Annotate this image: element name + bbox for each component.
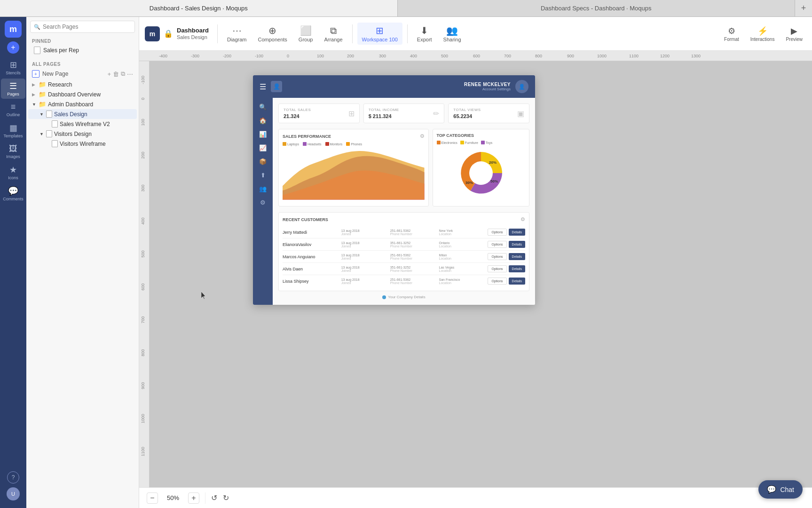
zoom-in-button[interactable]: + <box>188 492 199 504</box>
pages-search-input[interactable] <box>30 21 135 33</box>
new-item-button[interactable]: + <box>7 41 19 54</box>
chat-icon: 💬 <box>767 485 776 494</box>
tree-item-dashboard-overview[interactable]: ▶ 📁 Dashboard Overview <box>28 89 137 99</box>
dash-profile-icon: 👤 <box>271 81 282 92</box>
tab-dashboard-specs[interactable]: Dashboard Specs - Dashboard · Moqups <box>398 0 796 16</box>
dash-user-avatar[interactable]: 👤 <box>515 80 528 93</box>
tree-item-visitors-wireframe[interactable]: Visitors Wireframe <box>28 139 137 149</box>
sidebar-item-templates[interactable]: ▦ Templates <box>1 120 25 141</box>
sharing-button[interactable]: 👥 Sharing <box>439 23 466 45</box>
dash-sidebar-chart[interactable]: 📊 <box>257 131 269 138</box>
dash-sidebar-box[interactable]: 📦 <box>257 158 269 165</box>
svg-text:300: 300 <box>379 54 386 58</box>
svg-text:-100: -100 <box>255 54 263 58</box>
copy-page-icon[interactable]: ⧉ <box>121 70 125 78</box>
new-page-row[interactable]: + New Page + 🗑 ⧉ ⋯ <box>26 68 139 79</box>
dash-sidebar-search[interactable]: 🔍 <box>257 103 269 111</box>
tree-item-sales-wireframe-v2[interactable]: Sales Wireframe V2 <box>28 119 137 129</box>
add-tab-button[interactable]: + <box>795 0 812 16</box>
svg-text:50%: 50% <box>490 179 498 183</box>
chat-button[interactable]: 💬 Chat <box>758 480 803 499</box>
svg-text:900: 900 <box>141 382 145 389</box>
delete-page-icon[interactable]: 🗑 <box>113 71 119 78</box>
tree-item-research[interactable]: ▶ 📁 Research <box>28 79 137 89</box>
arrange-button[interactable]: ⧉ Arrange <box>319 23 347 45</box>
sidebar-item-comments[interactable]: 💬 Comments <box>1 183 25 204</box>
dash-sidebar-users[interactable]: 👥 <box>257 185 269 192</box>
cursor-indicator <box>201 292 207 297</box>
customer-5-options-btn[interactable]: Options <box>488 278 506 285</box>
sales-perf-gear-icon[interactable]: ⚙ <box>420 133 425 139</box>
zoom-out-button[interactable]: − <box>147 492 158 504</box>
stats-row: TOTAL SALES 21.324 ⊞ TOTAL INCOME <box>278 103 529 123</box>
dash-sidebar-settings[interactable]: ⚙ <box>257 199 269 206</box>
tab-dashboard-sales[interactable]: Dashboard - Sales Design · Moqups <box>0 0 398 16</box>
folder-icon-research: 📁 <box>39 81 46 88</box>
page-doc-icon <box>34 47 40 54</box>
customer-3-details-btn[interactable]: Details <box>509 253 525 260</box>
preview-button[interactable]: ▶ Preview <box>782 24 806 44</box>
sidebar-item-stencils[interactable]: ⊞ Stencils <box>1 57 25 78</box>
user-avatar[interactable]: U <box>7 487 20 500</box>
sidebar-item-outline[interactable]: ≡ Outline <box>1 100 25 119</box>
diagram-button[interactable]: ⋯ Diagram <box>222 23 252 45</box>
customers-gear-icon[interactable]: ⚙ <box>520 216 525 222</box>
toolbar-separator-1 <box>217 24 218 43</box>
app-logo: m <box>5 21 22 38</box>
pages-tree: ▶ 📁 Research ▶ 📁 Dashboard Overview ▼ 📁 … <box>26 79 139 508</box>
page-icon-wireframe <box>52 120 58 127</box>
group-button[interactable]: ⬜ Group <box>294 23 318 45</box>
sharing-icon: 👥 <box>446 25 458 36</box>
interactions-button[interactable]: ⚡ Interactions <box>747 24 779 44</box>
customer-4-options-btn[interactable]: Options <box>488 265 506 272</box>
dashboard-preview: ☰ 👤 RENEE MCKELVEY Account Settings 👤 <box>253 75 535 305</box>
customer-3-actions: Options Details <box>488 253 525 260</box>
all-pages-label: ALL PAGES <box>26 58 139 68</box>
svg-text:0: 0 <box>287 54 289 58</box>
total-sales-icon: ⊞ <box>348 109 355 118</box>
customer-1-details-btn[interactable]: Details <box>509 229 525 236</box>
tree-item-sales-design[interactable]: ▼ Sales Design <box>28 109 137 119</box>
sidebar-item-icons[interactable]: ★ Icons <box>1 162 25 183</box>
tree-item-admin-dashboard[interactable]: ▼ 📁 Admin Dashboard <box>28 99 137 109</box>
workspace-button[interactable]: ⊞ Workspace 100 <box>357 23 402 45</box>
dash-sidebar-upload[interactable]: ⬆ <box>257 172 269 179</box>
dash-sidebar-graph[interactable]: 📈 <box>257 144 269 151</box>
customer-row-3: Marcos Anguiano 13 aug 2018 Joined 251-6… <box>283 251 525 263</box>
help-button[interactable]: ? <box>7 471 19 484</box>
more-options-icon[interactable]: ⋯ <box>127 71 133 78</box>
pinned-item-sales-per-rep[interactable]: Sales per Rep <box>28 45 137 56</box>
export-button[interactable]: ⬇ Export <box>412 23 437 45</box>
customer-row-2: ElianoraVasilov 13 aug 2018 Joined 351-6… <box>283 238 525 251</box>
customer-5-details-btn[interactable]: Details <box>509 278 525 285</box>
customer-2-details-btn[interactable]: Details <box>509 241 525 248</box>
area-chart-svg <box>283 149 425 200</box>
undo-button[interactable]: ↺ <box>211 493 217 502</box>
customer-2-options-btn[interactable]: Options <box>488 241 506 248</box>
images-icon: 🖼 <box>9 144 17 154</box>
redo-button[interactable]: ↻ <box>223 493 229 502</box>
customer-row-1: Jerry Mattedi 13 aug 2018 Joined 251-661… <box>283 226 525 238</box>
canvas-viewport[interactable]: ☰ 👤 RENEE MCKELVEY Account Settings 👤 <box>150 61 812 487</box>
customer-1-options-btn[interactable]: Options <box>488 229 506 236</box>
page-icon-visitors-wire <box>52 140 58 147</box>
svg-text:900: 900 <box>567 54 574 58</box>
ruler-top: -400 -300 -200 -100 0 100 200 300 400 50… <box>139 51 812 61</box>
customer-3-options-btn[interactable]: Options <box>488 253 506 260</box>
chevron-down-icon-2: ▼ <box>39 112 44 117</box>
tree-item-visitors-design[interactable]: ▼ Visitors Design <box>28 129 137 139</box>
customer-4-details-btn[interactable]: Details <box>509 265 525 272</box>
legend-monitors: Monitors <box>325 142 343 146</box>
add-page-icon[interactable]: + <box>107 71 111 78</box>
top-categories-chart: TOP CATEGORIES Electronics <box>433 129 529 206</box>
sidebar-item-pages[interactable]: ☰ Pages <box>1 79 25 99</box>
customer-row-4: Alvis Daen 13 aug 2018 Joined 351-661-32… <box>283 263 525 275</box>
sales-legend: Laptops Headsets <box>283 142 425 146</box>
dash-menu-btn[interactable]: ☰ <box>260 82 266 91</box>
format-button[interactable]: ⚙ Format <box>720 24 743 44</box>
components-button[interactable]: ⊕ Components <box>253 23 292 45</box>
svg-text:1200: 1200 <box>660 54 670 58</box>
sidebar-item-images[interactable]: 🖼 Images <box>1 142 25 161</box>
icons-icon: ★ <box>9 165 17 175</box>
dash-sidebar-home[interactable]: 🏠 <box>257 117 269 124</box>
